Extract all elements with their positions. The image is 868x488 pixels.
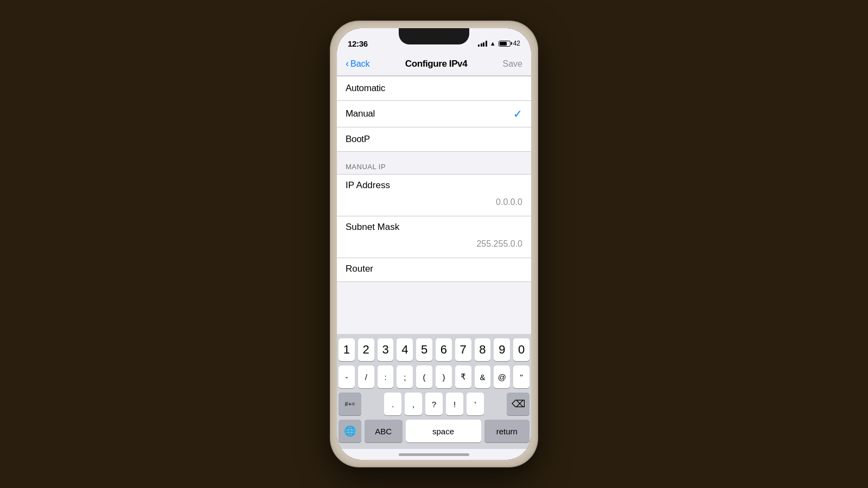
key-slash[interactable]: /: [358, 365, 374, 388]
phone-frame: 12:36 ▲ 42 ‹: [331, 22, 537, 466]
key-abc[interactable]: ABC: [365, 420, 403, 442]
status-time: 12:36: [348, 39, 368, 48]
nav-title: Configure IPv4: [405, 59, 467, 69]
key-period[interactable]: .: [384, 393, 401, 415]
key-7[interactable]: 7: [455, 338, 471, 361]
key-0[interactable]: 0: [513, 338, 529, 361]
notch: [399, 28, 469, 44]
home-indicator: [337, 449, 531, 460]
key-colon[interactable]: :: [378, 365, 394, 388]
key-3[interactable]: 3: [378, 338, 394, 361]
key-2[interactable]: 2: [358, 338, 374, 361]
key-apostrophe[interactable]: ': [467, 393, 484, 415]
ip-address-input[interactable]: 0.0.0.0: [496, 195, 522, 209]
bootp-label: BootP: [346, 134, 370, 145]
back-chevron-icon: ‹: [346, 59, 349, 68]
list-item-manual[interactable]: Manual ✓: [337, 101, 531, 127]
key-at[interactable]: @: [494, 365, 510, 388]
keyboard-bottom-row: 🌐 ABC space return: [339, 420, 529, 442]
delete-key[interactable]: ⌫: [507, 393, 529, 415]
signal-icon: [478, 41, 487, 47]
router-field[interactable]: Router: [337, 258, 531, 282]
home-bar: [399, 453, 469, 456]
globe-key[interactable]: 🌐: [339, 420, 361, 442]
key-9[interactable]: 9: [494, 338, 510, 361]
manual-ip-header: MANUAL IP: [337, 152, 531, 174]
manual-checkmark-icon: ✓: [513, 107, 522, 120]
keyboard: 1 2 3 4 5 6 7 8 9 0 - / : ; (: [337, 334, 531, 449]
back-label: Back: [350, 59, 370, 69]
key-return[interactable]: return: [484, 420, 529, 442]
key-comma[interactable]: ,: [405, 393, 422, 415]
manual-ip-fields: IP Address 0.0.0.0 Subnet Mask 255.255.0…: [337, 174, 531, 282]
subnet-mask-input[interactable]: 255.255.0.0: [476, 237, 522, 251]
router-label: Router: [346, 264, 522, 274]
key-4[interactable]: 4: [397, 338, 413, 361]
key-exclaim[interactable]: !: [446, 393, 463, 415]
subnet-mask-field[interactable]: Subnet Mask 255.255.0.0: [337, 216, 531, 258]
back-button[interactable]: ‹ Back: [346, 59, 370, 69]
screen: 12:36 ▲ 42 ‹: [337, 28, 531, 460]
status-bar: 12:36 ▲ 42: [337, 28, 531, 52]
automatic-label: Automatic: [346, 83, 385, 94]
manual-ip-section: MANUAL IP IP Address 0.0.0.0 Subnet Mask: [337, 152, 531, 282]
key-1[interactable]: 1: [339, 338, 355, 361]
status-right: ▲ 42: [478, 40, 520, 47]
ip-address-field[interactable]: IP Address 0.0.0.0: [337, 175, 531, 216]
keyboard-symbol-row: - / : ; ( ) ₹ & @ ": [339, 365, 529, 388]
ip-address-label: IP Address: [346, 180, 522, 191]
wifi-icon: ▲: [490, 40, 496, 47]
subnet-mask-label: Subnet Mask: [346, 222, 522, 233]
key-6[interactable]: 6: [436, 338, 452, 361]
key-question[interactable]: ?: [425, 393, 443, 415]
content-area: Automatic Manual ✓ BootP MANUAL IP: [337, 76, 531, 334]
key-close-paren[interactable]: ): [436, 365, 452, 388]
nav-bar: ‹ Back Configure IPv4 Save: [337, 52, 531, 76]
key-space[interactable]: space: [406, 420, 481, 442]
save-button[interactable]: Save: [503, 59, 522, 69]
keyboard-special-row: #+= . , ? ! ' ⌫: [339, 393, 529, 415]
key-quote[interactable]: ": [513, 365, 529, 388]
key-5[interactable]: 5: [416, 338, 432, 361]
key-dash[interactable]: -: [339, 365, 355, 388]
list-item-bootp[interactable]: BootP: [337, 127, 531, 152]
key-open-paren[interactable]: (: [416, 365, 432, 388]
key-hashplus[interactable]: #+=: [339, 393, 361, 415]
list-item-automatic[interactable]: Automatic: [337, 76, 531, 101]
manual-label: Manual: [346, 108, 375, 119]
key-ampersand[interactable]: &: [475, 365, 491, 388]
battery-percent: 42: [513, 40, 520, 47]
key-8[interactable]: 8: [475, 338, 491, 361]
key-rupee[interactable]: ₹: [455, 365, 471, 388]
keyboard-number-row: 1 2 3 4 5 6 7 8 9 0: [339, 338, 529, 361]
config-options-section: Automatic Manual ✓ BootP: [337, 76, 531, 152]
battery-icon: [499, 41, 510, 47]
key-semicolon[interactable]: ;: [397, 365, 413, 388]
